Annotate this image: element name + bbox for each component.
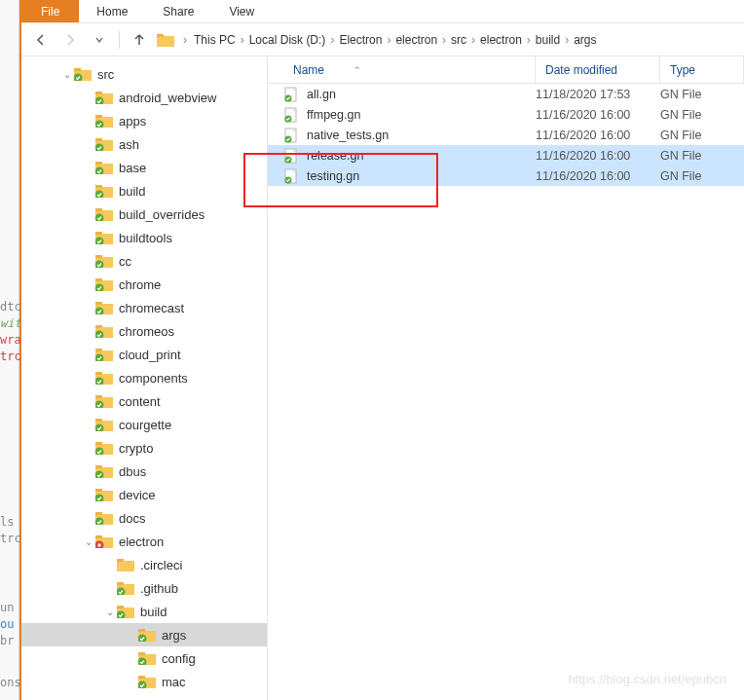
breadcrumb-segment[interactable]: electron: [478, 33, 524, 47]
breadcrumb[interactable]: › This PC›Local Disk (D:)›Electron›elect…: [157, 33, 736, 47]
tree-item[interactable]: cloud_print: [21, 343, 267, 366]
svg-rect-39: [95, 349, 102, 351]
tree-item[interactable]: android_webview: [21, 86, 267, 109]
tree-item[interactable]: .circleci: [21, 553, 267, 576]
navigation-tree[interactable]: ⌄src android_webview apps ash base build…: [21, 56, 268, 700]
tree-item[interactable]: chrome: [21, 273, 267, 296]
svg-rect-60: [95, 512, 102, 515]
tree-item[interactable]: courgette: [21, 413, 267, 436]
tree-item[interactable]: .github: [21, 576, 267, 600]
ribbon-tab-home[interactable]: Home: [79, 0, 145, 22]
chevron-right-icon[interactable]: [82, 396, 95, 407]
forward-button[interactable]: [58, 28, 82, 52]
tree-item[interactable]: mac: [21, 670, 267, 693]
tree-item[interactable]: ⌄electron: [21, 530, 267, 553]
chevron-right-icon[interactable]: [82, 420, 95, 430]
tree-item[interactable]: config: [21, 646, 267, 670]
tree-item[interactable]: docs: [21, 506, 267, 530]
file-row[interactable]: native_tests.gn11/16/2020 16:00GN File: [268, 125, 744, 145]
breadcrumb-segment[interactable]: This PC: [192, 33, 238, 47]
chevron-right-icon[interactable]: [82, 303, 95, 313]
chevron-right-icon[interactable]: [103, 583, 117, 594]
tree-item-label: mac: [162, 675, 186, 689]
chevron-right-icon[interactable]: [82, 326, 95, 337]
svg-rect-48: [95, 419, 102, 422]
tree-item[interactable]: ⌄src: [21, 62, 267, 86]
file-row[interactable]: ffmpeg.gn11/16/2020 16:00GN File: [268, 104, 744, 125]
tree-item[interactable]: ⌄build: [21, 600, 267, 623]
file-list[interactable]: all.gn11/18/2020 17:53GN Fileffmpeg.gn11…: [268, 84, 744, 700]
chevron-right-icon[interactable]: [82, 139, 95, 150]
chevron-right-icon[interactable]: [82, 466, 95, 477]
breadcrumb-segment[interactable]: Local Disk (D:): [247, 33, 328, 47]
tree-item[interactable]: ash: [21, 132, 267, 156]
chevron-right-icon[interactable]: [82, 279, 95, 290]
tree-item-label: chrome: [119, 277, 161, 292]
chevron-right-icon[interactable]: [82, 92, 95, 103]
up-button[interactable]: [128, 28, 151, 52]
tree-item[interactable]: chromeos: [21, 319, 267, 343]
chevron-right-icon[interactable]: [82, 233, 95, 243]
ribbon-tab-view[interactable]: View: [211, 0, 272, 22]
chevron-right-icon[interactable]: [82, 443, 95, 454]
background-code-fragment: ls: [0, 515, 14, 529]
back-button[interactable]: [29, 28, 53, 52]
chevron-right-icon[interactable]: [82, 490, 95, 500]
svg-rect-30: [95, 278, 102, 281]
column-date[interactable]: Date modified: [536, 56, 660, 83]
breadcrumb-segment[interactable]: electron: [393, 33, 439, 47]
chevron-right-icon[interactable]: [82, 513, 95, 524]
tree-item[interactable]: components: [21, 366, 267, 389]
tree-item-label: .github: [140, 581, 178, 596]
chevron-right-icon[interactable]: [125, 653, 138, 664]
file-type: GN File: [660, 108, 744, 122]
file-row[interactable]: release.gn11/16/2020 16:00GN File: [268, 145, 744, 166]
tree-item-label: build: [119, 184, 145, 199]
tree-item[interactable]: apps: [21, 109, 267, 132]
chevron-right-icon: ›: [180, 33, 190, 47]
chevron-right-icon[interactable]: [82, 116, 95, 127]
chevron-down-icon[interactable]: ⌄: [60, 69, 74, 80]
background-code-fragment: wit: [0, 316, 21, 330]
ribbon-tab-file[interactable]: File: [21, 0, 79, 22]
tree-item[interactable]: build: [21, 179, 267, 203]
tree-item[interactable]: args: [21, 623, 267, 646]
tree-item[interactable]: dbus: [21, 460, 267, 483]
tree-item[interactable]: content: [21, 389, 267, 413]
tree-item-label: components: [119, 371, 188, 386]
tree-item[interactable]: cc: [21, 249, 267, 273]
chevron-right-icon[interactable]: [82, 209, 95, 220]
tree-item[interactable]: buildtools: [21, 226, 267, 249]
breadcrumb-segment[interactable]: src: [449, 33, 468, 47]
chevron-right-icon[interactable]: [125, 677, 138, 687]
column-name[interactable]: Name⌃: [268, 56, 536, 83]
chevron-right-icon[interactable]: [82, 163, 95, 173]
tree-item-label: build_overrides: [119, 207, 205, 222]
column-type[interactable]: Type: [660, 56, 744, 83]
tree-item[interactable]: base: [21, 156, 267, 179]
tree-item[interactable]: crypto: [21, 436, 267, 460]
tree-item-label: crypto: [119, 441, 153, 456]
breadcrumb-segment[interactable]: Electron: [337, 33, 384, 47]
tree-item[interactable]: build_overrides: [21, 203, 267, 226]
chevron-right-icon[interactable]: [82, 373, 95, 384]
breadcrumb-segment[interactable]: build: [534, 33, 562, 47]
svg-rect-51: [95, 442, 102, 445]
file-row[interactable]: testing.gn11/16/2020 16:00GN File: [268, 166, 744, 186]
chevron-right-icon[interactable]: [125, 630, 138, 641]
chevron-right-icon[interactable]: [82, 186, 95, 197]
tree-item[interactable]: device: [21, 483, 267, 506]
chevron-right-icon[interactable]: [82, 256, 95, 267]
chevron-right-icon[interactable]: [82, 350, 95, 360]
breadcrumb-segment[interactable]: args: [572, 33, 598, 47]
recent-dropdown[interactable]: [88, 28, 111, 52]
chevron-right-icon[interactable]: [103, 560, 117, 571]
chevron-down-icon[interactable]: ⌄: [82, 536, 95, 547]
file-row[interactable]: all.gn11/18/2020 17:53GN File: [268, 84, 744, 104]
svg-rect-12: [95, 138, 102, 141]
chevron-down-icon[interactable]: ⌄: [103, 607, 117, 617]
tree-item[interactable]: chromecast: [21, 296, 267, 319]
ribbon-tab-share[interactable]: Share: [145, 0, 211, 22]
background-code-fragment: wra: [0, 333, 21, 347]
svg-rect-65: [98, 544, 101, 547]
